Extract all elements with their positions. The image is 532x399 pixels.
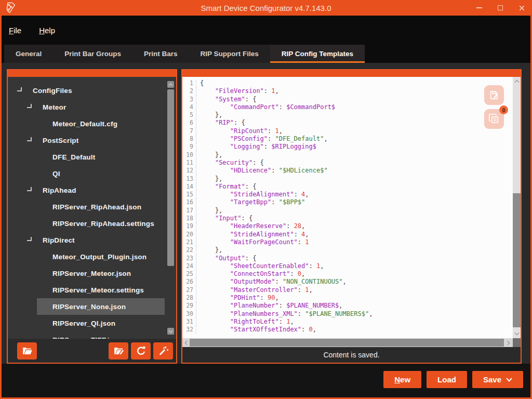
menu-item-help[interactable]: Help (39, 26, 55, 35)
code-line: 27 "MasterController": 1, (185, 286, 513, 294)
code-line-content: "PlaneNumber": $PLANE_NUMBER$, (196, 302, 343, 310)
action-load-button[interactable]: Load (427, 371, 467, 388)
code-line: 14 "Format": { (185, 183, 513, 191)
tab-print-bar-groups[interactable]: Print Bar Groups (53, 45, 132, 63)
code-line-content: "ConnectOnStart": 0, (196, 270, 305, 278)
editor-vertical-scrollbar-thumb[interactable] (513, 193, 521, 327)
code-line: 19 "HeaderReserve": 28, (185, 222, 513, 230)
action-new-button[interactable]: New (383, 371, 421, 388)
code-line-content: "StartXOffsetIndex": 0, (196, 326, 316, 334)
status-bar: Content is saved. (182, 347, 521, 363)
editor-scroll-right-icon[interactable] (504, 338, 512, 347)
line-number: 4 (185, 103, 196, 111)
tree-item-ripserver-ripahead-json[interactable]: RIPServer_RipAhead.json (8, 198, 176, 215)
tree-item-configfiles[interactable]: ConfigFiles (8, 82, 176, 99)
code-line-content: }, (196, 207, 222, 215)
code-line: 30 "PlaneNumbers_XML": "$PLANE_NUMBERS$"… (185, 310, 513, 318)
editor-scroll-up-icon[interactable] (513, 77, 521, 85)
tree-item-label: Meteor_Output_Plugin.json (52, 253, 147, 261)
code-line-content: }, (196, 175, 222, 183)
action-save-button[interactable]: Save (472, 371, 523, 388)
line-number: 25 (185, 270, 196, 278)
tree-item-inner: RIPServer_RipAhead.settings (37, 215, 165, 232)
tree-item-postscript[interactable]: PostScript (8, 132, 176, 149)
tree-item-ripserver-meteor-json[interactable]: RIPServer_Meteor.json (8, 265, 176, 282)
tree-item-inner: Meteor_Output_Plugin.json (37, 248, 165, 265)
line-number: 22 (185, 246, 196, 254)
copy-template-button[interactable]: 0 (484, 109, 504, 129)
tree-item-label: RIPServer_TIFF.json (52, 336, 122, 339)
code-line: 32 "StartXOffsetIndex": 0, (185, 326, 513, 334)
collapse-arrow-icon[interactable] (27, 237, 32, 241)
tree-item-label: RipDirect (43, 236, 75, 244)
tree-item-inner: RIPServer_QI.json (37, 315, 165, 331)
editor-floating-buttons: 0 (484, 85, 504, 129)
code-line: 12 "HDLicence": "$HDLicence$" (185, 167, 513, 175)
tree-scrollbar[interactable] (167, 81, 174, 335)
tree-scrollbar-thumb[interactable] (167, 89, 174, 266)
tree-item-meteor-output-plugin-json[interactable]: Meteor_Output_Plugin.json (8, 248, 176, 265)
tab-general[interactable]: General (4, 45, 53, 63)
button-label: Load (437, 375, 456, 384)
menu-item-file[interactable]: File (9, 26, 21, 35)
open-folder-button[interactable] (17, 342, 37, 360)
tree-item-ripdirect[interactable]: RipDirect (8, 232, 176, 248)
menu-bar: FileHelp (2, 16, 530, 45)
code-line-content: }, (196, 151, 222, 159)
code-line-content: "Format": { (196, 183, 256, 191)
tree-item-label: RIPServer_Meteor.json (52, 270, 131, 277)
maximize-button[interactable] (497, 4, 504, 11)
tree-item-ripserver-qi-json[interactable]: RIPServer_QI.json (8, 315, 176, 331)
tab-rip-config-templates[interactable]: RIP Config Templates (270, 45, 365, 63)
close-button[interactable] (518, 4, 525, 11)
tree-item-ripserver-meteor-settings[interactable]: RIPServer_Meteor.settings (8, 282, 176, 298)
code-line-content: "TargetBpp": "$BPP$" (196, 198, 305, 206)
collapse-arrow-icon[interactable] (17, 87, 22, 91)
tree-item-qi[interactable]: QI (8, 165, 176, 182)
editor-scroll-left-icon[interactable] (182, 338, 190, 347)
tree-item-ripserver-ripahead-settings[interactable]: RIPServer_RipAhead.settings (8, 215, 176, 232)
button-label: Save (483, 375, 501, 384)
tree-item-ripahead[interactable]: RipAhead (8, 182, 176, 198)
line-number: 8 (185, 135, 196, 143)
magic-wand-button[interactable] (153, 342, 173, 360)
tree-item-label: PostScript (43, 137, 79, 144)
editor-vertical-scrollbar[interactable] (513, 77, 521, 338)
code-line: 3 "System": { (185, 96, 513, 103)
code-line: 8 "PSConfig": "DFE_Default", (185, 135, 513, 143)
code-line: 28 "PDHint": 90, (185, 294, 513, 302)
code-line-content: "PSConfig": "DFE_Default", (196, 135, 328, 143)
editor-scroll-down-icon[interactable] (513, 330, 521, 338)
code-line-content: "RightToLeft": 1, (196, 318, 294, 326)
tree-item-dfe-default[interactable]: DFE_Default (8, 149, 176, 165)
save-template-button[interactable] (484, 85, 504, 105)
tree-item-inner: QI (37, 165, 165, 182)
line-number: 13 (185, 175, 196, 183)
collapse-arrow-icon[interactable] (27, 187, 32, 191)
tree-scroll-down-icon[interactable] (167, 328, 174, 335)
editor-area: 1{2 "FileVersion": 1,3 "System": {4 "Com… (182, 77, 521, 338)
editor-horizontal-scrollbar-thumb[interactable] (190, 339, 504, 347)
tree-item-meteor-default-cfg[interactable]: Meteor_Default.cfg (8, 115, 176, 132)
code-line: 26 "OutputMode": "NON_CONTINUOUS", (185, 278, 513, 286)
editor-horizontal-scrollbar[interactable] (182, 338, 521, 347)
collapse-arrow-icon[interactable] (27, 104, 32, 108)
code-line-content: { (196, 79, 204, 87)
edit-folder-button[interactable] (109, 342, 128, 360)
tree-item-meteor[interactable]: Meteor (8, 99, 176, 115)
window-controls (475, 4, 525, 11)
line-number: 21 (185, 238, 196, 246)
tree-scroll-up-icon[interactable] (167, 81, 174, 88)
tree-item-ripserver-tiff-json[interactable]: RIPServer_TIFF.json (8, 331, 176, 339)
code-line-content: "StrideAlignment": 4, (196, 231, 309, 238)
json-code-editor[interactable]: 1{2 "FileVersion": 1,3 "System": {4 "Com… (182, 77, 513, 338)
right-panel-header-strip (182, 70, 521, 77)
minimize-button[interactable] (475, 4, 483, 11)
tree-item-ripserver-none-json[interactable]: RIPServer_None.json (8, 298, 176, 315)
tab-rip-support-files[interactable]: RIP Support Files (189, 45, 270, 63)
tab-print-bars[interactable]: Print Bars (132, 45, 189, 63)
code-line: 17 }, (185, 207, 513, 215)
collapse-arrow-icon[interactable] (27, 137, 32, 141)
refresh-button[interactable] (131, 342, 151, 360)
code-line-content: "FileVersion": 1, (196, 87, 279, 95)
